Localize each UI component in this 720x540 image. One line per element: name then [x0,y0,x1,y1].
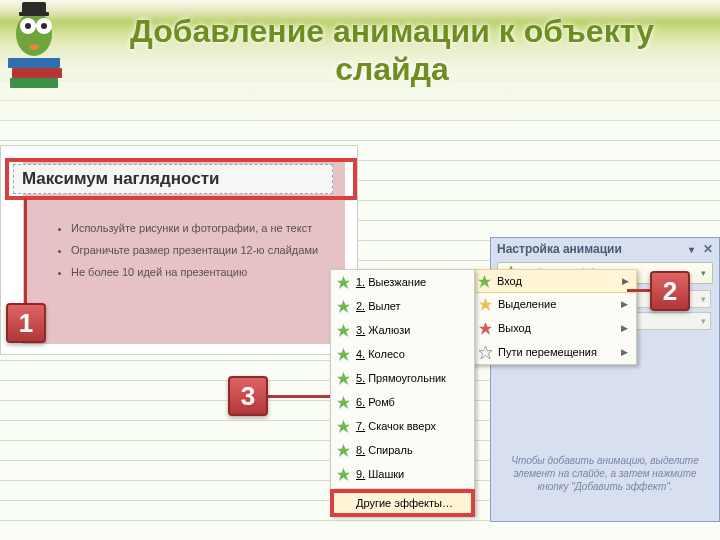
chevron-right-icon: ▶ [621,323,628,333]
svg-marker-23 [337,444,350,457]
item-num: 8. [356,444,365,456]
effect-item[interactable]: 2. Вылет [331,294,474,318]
svg-marker-18 [337,324,350,337]
svg-marker-21 [337,396,350,409]
dropdown-icon[interactable]: ▾ [689,244,694,255]
callout-line-2 [627,289,651,292]
star-icon [337,396,350,409]
svg-marker-13 [479,298,492,311]
star-icon [479,346,492,359]
effect-item[interactable]: 8. Спираль [331,438,474,462]
star-icon [337,276,350,289]
svg-point-7 [41,23,47,29]
svg-rect-0 [8,58,60,68]
menu-item-exit[interactable]: Выход ▶ [471,316,636,340]
step-badge-2: 2 [650,271,690,311]
svg-marker-20 [337,372,350,385]
bullet-text: Не более 10 идей на презентацию [71,263,337,281]
menu-item-entrance[interactable]: Вход ▶ [470,269,637,293]
svg-point-5 [25,23,31,29]
effect-item[interactable]: 5. Прямоугольник [331,366,474,390]
menu-label: Пути перемещения [498,346,621,358]
svg-rect-1 [12,68,62,78]
menu-label: Выход [498,322,621,334]
svg-marker-19 [337,348,350,361]
item-num: 5. [356,372,365,384]
svg-marker-16 [337,276,350,289]
svg-marker-24 [337,468,350,481]
chevron-right-icon: ▶ [621,347,628,357]
effect-label: Шашки [368,468,404,480]
effect-label: Скачок вверх [368,420,436,432]
caret-down-icon: ▾ [701,316,706,326]
effect-label: Вылет [368,300,400,312]
chevron-right-icon: ▶ [622,276,629,286]
effect-item[interactable]: 4. Колесо [331,342,474,366]
caret-down-icon: ▾ [701,294,706,304]
step-badge-3: 3 [228,376,268,416]
item-num: 6. [356,396,365,408]
effect-item[interactable]: 7. Скачок вверх [331,414,474,438]
callout-line-3 [268,395,330,398]
star-icon [337,468,350,481]
mascot-image [4,0,68,90]
caret-down-icon: ▾ [701,268,706,278]
svg-marker-14 [479,322,492,335]
effect-item[interactable]: 9. Шашки [331,462,474,486]
star-icon [337,300,350,313]
star-icon [479,322,492,335]
menu-item-motion-paths[interactable]: Пути перемещения ▶ [471,340,636,364]
svg-marker-15 [479,346,492,359]
star-icon [478,275,491,288]
effect-label: Ромб [368,396,395,408]
menu-label: Вход [497,275,622,287]
item-num: 2. [356,300,365,312]
pane-hint-text: Чтобы добавить анимацию, выделите элемен… [501,454,709,493]
star-icon [337,444,350,457]
svg-marker-22 [337,420,350,433]
bullet-text: Ограничьте размер презентации 12-ю слайд… [71,241,337,259]
svg-rect-2 [10,78,58,88]
effect-label: Жалюзи [368,324,410,336]
effect-label: Спираль [368,444,412,456]
step-badge-1: 1 [6,303,46,343]
star-icon [337,420,350,433]
bullet-text: Используйте рисунки и фотографии, а не т… [71,219,337,237]
slide-preview: Максимум наглядности Используйте рисунки… [0,145,358,355]
item-num: 9. [356,468,365,480]
page-title: Добавление анимации к объекту слайда [74,12,710,88]
item-num: 3. [356,324,365,336]
menu-label: Выделение [498,298,621,310]
svg-marker-12 [478,275,491,288]
svg-marker-17 [337,300,350,313]
svg-rect-9 [19,12,49,16]
effect-label: Выезжание [368,276,426,288]
star-icon [337,372,350,385]
close-icon[interactable]: ✕ [703,242,713,256]
chevron-right-icon: ▶ [621,299,628,309]
effect-label: Колесо [368,348,405,360]
pane-title: Настройка анимации [497,242,622,256]
item-num: 7. [356,420,365,432]
menu-item-emphasis[interactable]: Выделение ▶ [471,292,636,316]
svg-point-10 [29,44,39,50]
effect-category-menu: Вход ▶ Выделение ▶ Выход ▶ Пути перемеще… [470,269,637,365]
effect-label: Прямоугольник [368,372,446,384]
entrance-effects-menu: 1. Выезжание 2. Вылет 3. Жалюзи 4. Колес… [330,269,475,516]
star-icon [479,298,492,311]
effect-item[interactable]: 1. Выезжание [331,270,474,294]
callout-line-1 [24,198,27,307]
item-num: 1. [356,276,365,288]
star-icon [337,324,350,337]
effect-item[interactable]: 6. Ромб [331,390,474,414]
item-num: 4. [356,348,365,360]
slide-bullet-list: Используйте рисунки и фотографии, а не т… [31,219,337,285]
effect-item[interactable]: 3. Жалюзи [331,318,474,342]
callout-outline-3 [330,489,475,517]
star-icon [337,348,350,361]
